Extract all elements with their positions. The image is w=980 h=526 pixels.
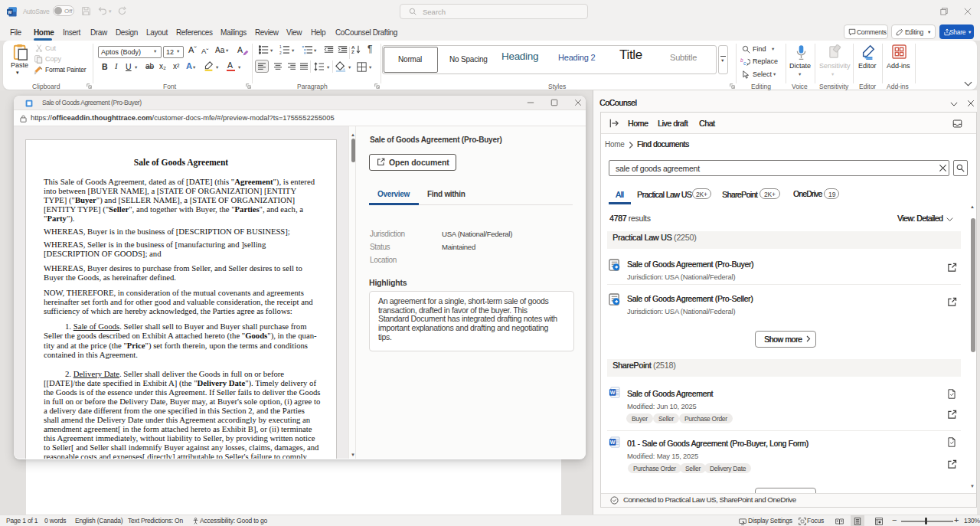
svg-text:2: 2 <box>279 51 282 54</box>
svg-text:W: W <box>8 10 11 15</box>
svg-text:W: W <box>610 439 616 445</box>
svg-text:W: W <box>610 390 616 395</box>
svg-text:1: 1 <box>279 45 282 49</box>
svg-text:c: c <box>743 60 746 66</box>
svg-text:Z: Z <box>351 49 354 54</box>
